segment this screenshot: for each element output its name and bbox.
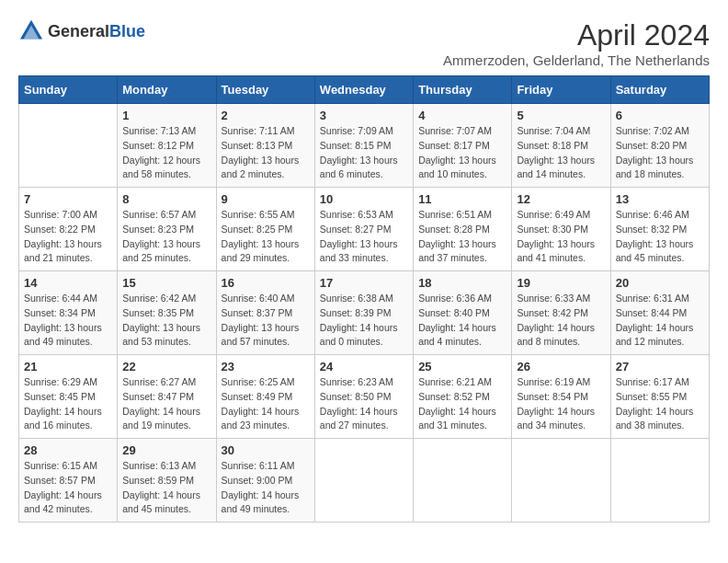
day-detail: Sunrise: 6:19 AMSunset: 8:54 PMDaylight:… <box>517 376 595 431</box>
day-number: 19 <box>517 276 605 290</box>
calendar-header-row: SundayMondayTuesdayWednesdayThursdayFrid… <box>19 76 710 104</box>
page-header: GeneralBlue April 2024 Ammerzoden, Gelde… <box>18 18 710 68</box>
day-detail: Sunrise: 6:46 AMSunset: 8:32 PMDaylight:… <box>616 209 694 263</box>
day-number: 7 <box>24 192 112 206</box>
day-number: 26 <box>517 360 605 373</box>
logo-icon <box>18 18 44 44</box>
day-number: 12 <box>517 192 605 206</box>
day-cell: 30Sunrise: 6:11 AMSunset: 9:00 PMDayligh… <box>216 439 314 523</box>
day-number: 9 <box>222 192 310 206</box>
day-cell: 15Sunrise: 6:42 AMSunset: 8:35 PMDayligh… <box>118 271 216 355</box>
day-number: 15 <box>122 276 210 290</box>
header-sunday: Sunday <box>19 76 118 104</box>
day-cell: 27Sunrise: 6:17 AMSunset: 8:55 PMDayligh… <box>610 355 709 439</box>
subtitle: Ammerzoden, Gelderland, The Netherlands <box>443 52 710 68</box>
day-detail: Sunrise: 6:55 AMSunset: 8:25 PMDaylight:… <box>222 209 300 263</box>
day-cell: 18Sunrise: 6:36 AMSunset: 8:40 PMDayligh… <box>414 271 512 355</box>
day-number: 27 <box>616 360 704 373</box>
day-cell: 28Sunrise: 6:15 AMSunset: 8:57 PMDayligh… <box>19 439 118 523</box>
day-number: 30 <box>222 443 310 457</box>
day-detail: Sunrise: 6:23 AMSunset: 8:50 PMDaylight:… <box>320 376 398 431</box>
day-cell <box>19 104 118 188</box>
day-cell: 26Sunrise: 6:19 AMSunset: 8:54 PMDayligh… <box>512 355 610 439</box>
day-cell: 19Sunrise: 6:33 AMSunset: 8:42 PMDayligh… <box>512 271 610 355</box>
day-cell: 7Sunrise: 7:00 AMSunset: 8:22 PMDaylight… <box>19 188 118 271</box>
header-saturday: Saturday <box>610 76 709 104</box>
day-cell: 22Sunrise: 6:27 AMSunset: 8:47 PMDayligh… <box>118 355 216 439</box>
day-number: 20 <box>616 276 704 290</box>
day-detail: Sunrise: 6:31 AMSunset: 8:44 PMDaylight:… <box>616 293 694 347</box>
day-cell: 17Sunrise: 6:38 AMSunset: 8:39 PMDayligh… <box>314 271 413 355</box>
day-detail: Sunrise: 6:36 AMSunset: 8:40 PMDaylight:… <box>418 293 496 347</box>
day-detail: Sunrise: 6:49 AMSunset: 8:30 PMDaylight:… <box>517 209 595 263</box>
day-detail: Sunrise: 7:07 AMSunset: 8:17 PMDaylight:… <box>418 125 496 179</box>
day-cell: 14Sunrise: 6:44 AMSunset: 8:34 PMDayligh… <box>19 271 118 355</box>
week-row-3: 21Sunrise: 6:29 AMSunset: 8:45 PMDayligh… <box>19 355 710 439</box>
day-cell: 12Sunrise: 6:49 AMSunset: 8:30 PMDayligh… <box>512 188 610 271</box>
day-number: 22 <box>122 360 210 373</box>
header-wednesday: Wednesday <box>314 76 413 104</box>
day-cell: 10Sunrise: 6:53 AMSunset: 8:27 PMDayligh… <box>314 188 413 271</box>
day-detail: Sunrise: 6:40 AMSunset: 8:37 PMDaylight:… <box>222 293 300 347</box>
day-number: 29 <box>122 443 210 457</box>
main-title: April 2024 <box>443 18 710 52</box>
day-detail: Sunrise: 6:57 AMSunset: 8:23 PMDaylight:… <box>122 209 200 263</box>
day-cell: 9Sunrise: 6:55 AMSunset: 8:25 PMDaylight… <box>216 188 314 271</box>
day-number: 14 <box>24 276 112 290</box>
day-cell <box>610 439 709 523</box>
day-number: 10 <box>320 192 408 206</box>
day-detail: Sunrise: 6:17 AMSunset: 8:55 PMDaylight:… <box>616 376 694 431</box>
logo-text-general: General <box>48 22 109 40</box>
day-cell: 2Sunrise: 7:11 AMSunset: 8:13 PMDaylight… <box>216 104 314 188</box>
day-detail: Sunrise: 7:02 AMSunset: 8:20 PMDaylight:… <box>616 125 694 179</box>
day-cell: 29Sunrise: 6:13 AMSunset: 8:59 PMDayligh… <box>118 439 216 523</box>
day-detail: Sunrise: 7:00 AMSunset: 8:22 PMDaylight:… <box>24 209 102 263</box>
day-detail: Sunrise: 6:42 AMSunset: 8:35 PMDaylight:… <box>122 293 200 347</box>
day-cell: 25Sunrise: 6:21 AMSunset: 8:52 PMDayligh… <box>414 355 512 439</box>
day-detail: Sunrise: 6:13 AMSunset: 8:59 PMDaylight:… <box>122 460 200 514</box>
header-monday: Monday <box>118 76 216 104</box>
day-detail: Sunrise: 6:44 AMSunset: 8:34 PMDaylight:… <box>24 293 102 347</box>
day-number: 25 <box>418 360 506 373</box>
day-detail: Sunrise: 7:11 AMSunset: 8:13 PMDaylight:… <box>222 125 300 179</box>
header-friday: Friday <box>512 76 610 104</box>
day-cell: 4Sunrise: 7:07 AMSunset: 8:17 PMDaylight… <box>414 104 512 188</box>
day-number: 8 <box>122 192 210 206</box>
day-number: 4 <box>418 109 506 122</box>
day-cell: 3Sunrise: 7:09 AMSunset: 8:15 PMDaylight… <box>314 104 413 188</box>
day-detail: Sunrise: 6:53 AMSunset: 8:27 PMDaylight:… <box>320 209 398 263</box>
day-detail: Sunrise: 6:38 AMSunset: 8:39 PMDaylight:… <box>320 293 398 347</box>
day-cell: 6Sunrise: 7:02 AMSunset: 8:20 PMDaylight… <box>610 104 709 188</box>
calendar-table: SundayMondayTuesdayWednesdayThursdayFrid… <box>18 75 710 523</box>
week-row-0: 1Sunrise: 7:13 AMSunset: 8:12 PMDaylight… <box>19 104 710 188</box>
day-number: 2 <box>222 109 310 122</box>
week-row-2: 14Sunrise: 6:44 AMSunset: 8:34 PMDayligh… <box>19 271 710 355</box>
day-cell: 5Sunrise: 7:04 AMSunset: 8:18 PMDaylight… <box>512 104 610 188</box>
day-detail: Sunrise: 6:25 AMSunset: 8:49 PMDaylight:… <box>222 376 300 431</box>
day-detail: Sunrise: 6:33 AMSunset: 8:42 PMDaylight:… <box>517 293 595 347</box>
day-number: 11 <box>418 192 506 206</box>
day-detail: Sunrise: 6:21 AMSunset: 8:52 PMDaylight:… <box>418 376 496 431</box>
day-detail: Sunrise: 6:27 AMSunset: 8:47 PMDaylight:… <box>122 376 200 431</box>
calendar-body: 1Sunrise: 7:13 AMSunset: 8:12 PMDaylight… <box>19 104 710 523</box>
logo: GeneralBlue <box>18 18 145 44</box>
header-tuesday: Tuesday <box>216 76 314 104</box>
day-cell: 13Sunrise: 6:46 AMSunset: 8:32 PMDayligh… <box>610 188 709 271</box>
day-detail: Sunrise: 6:15 AMSunset: 8:57 PMDaylight:… <box>24 460 102 514</box>
day-cell: 11Sunrise: 6:51 AMSunset: 8:28 PMDayligh… <box>414 188 512 271</box>
day-detail: Sunrise: 7:09 AMSunset: 8:15 PMDaylight:… <box>320 125 398 179</box>
day-number: 23 <box>222 360 310 373</box>
day-number: 24 <box>320 360 408 373</box>
day-number: 18 <box>418 276 506 290</box>
day-cell: 20Sunrise: 6:31 AMSunset: 8:44 PMDayligh… <box>610 271 709 355</box>
day-number: 6 <box>616 109 704 122</box>
day-number: 3 <box>320 109 408 122</box>
day-cell <box>414 439 512 523</box>
day-cell: 8Sunrise: 6:57 AMSunset: 8:23 PMDaylight… <box>118 188 216 271</box>
logo-text-blue: Blue <box>109 22 145 40</box>
day-cell: 23Sunrise: 6:25 AMSunset: 8:49 PMDayligh… <box>216 355 314 439</box>
day-number: 21 <box>24 360 112 373</box>
day-detail: Sunrise: 6:11 AMSunset: 9:00 PMDaylight:… <box>222 460 300 514</box>
day-cell <box>314 439 413 523</box>
day-cell: 24Sunrise: 6:23 AMSunset: 8:50 PMDayligh… <box>314 355 413 439</box>
